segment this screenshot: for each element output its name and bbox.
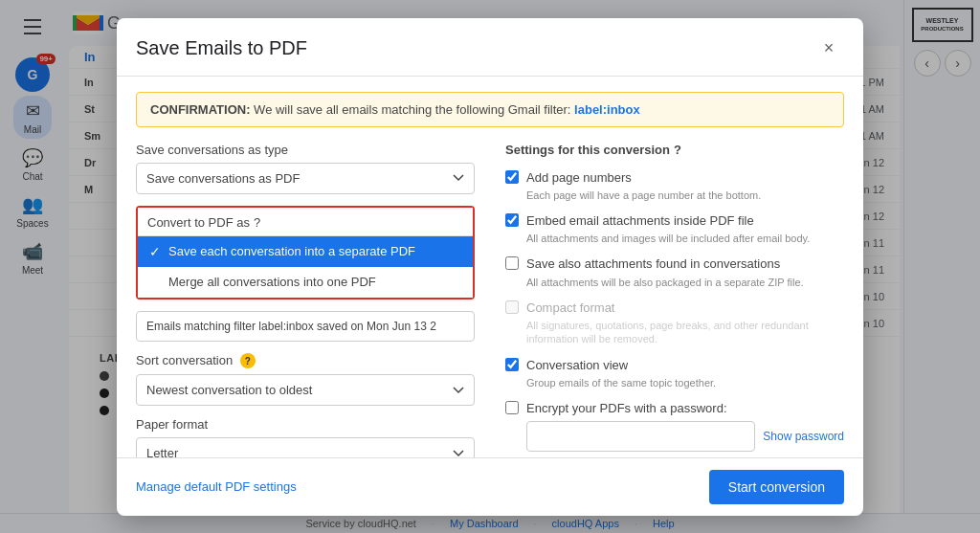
embed-attachments-label[interactable]: Embed email attachments inside PDF file	[526, 213, 754, 228]
embed-attachments-checkbox[interactable]	[505, 213, 519, 227]
convert-option-merge-label: Merge all conversations into one PDF	[168, 275, 376, 289]
modal-body: CONFIRMATION: We will save all emails ma…	[117, 77, 863, 457]
convert-option-separate[interactable]: ✓ Save each conversation into a separate…	[138, 236, 473, 267]
left-column: Save conversations as type Save conversa…	[136, 143, 475, 457]
password-input[interactable]	[526, 421, 755, 452]
add-page-numbers-desc: Each page will have a page number at the…	[526, 189, 844, 202]
compact-format-desc: All signatures, quotations, page breaks,…	[526, 319, 844, 346]
conversation-view-row: Conversation view Group emails of the sa…	[505, 356, 844, 389]
right-column: Settings for this conversion ? Add page …	[505, 143, 844, 457]
filename-input[interactable]	[136, 311, 475, 342]
compact-format-row: Compact format All signatures, quotation…	[505, 299, 844, 346]
convert-option-separate-label: Save each conversation into a separate P…	[168, 244, 415, 258]
save-type-label: Save conversations as type	[136, 143, 475, 157]
embed-attachments-desc: All attachments and images will be inclu…	[526, 232, 844, 245]
save-attachments-desc: All attachments will be also packaged in…	[526, 276, 844, 289]
save-emails-modal: Save Emails to PDF × CONFIRMATION: We wi…	[117, 18, 863, 516]
conversation-view-desc: Group emails of the same topic together.	[526, 376, 844, 389]
encrypt-pdf-row: Encrypt your PDFs with a password: Show …	[505, 399, 844, 452]
convert-pdf-dropdown-container: Convert to PDF as ? ✓ Save each conversa…	[136, 206, 475, 300]
convert-help-icon[interactable]: ?	[254, 215, 260, 230]
password-row: Show password	[526, 421, 844, 452]
settings-help-icon[interactable]: ?	[674, 143, 681, 157]
add-page-numbers-checkbox[interactable]	[505, 170, 519, 184]
paper-format-select[interactable]: Letter A4 Legal	[136, 437, 475, 456]
filter-label: label:inbox	[574, 102, 640, 117]
modal-overlay: Save Emails to PDF × CONFIRMATION: We wi…	[0, 0, 980, 533]
convert-dropdown-options: ✓ Save each conversation into a separate…	[138, 235, 473, 298]
conversation-view-label[interactable]: Conversation view	[526, 358, 628, 372]
show-password-link[interactable]: Show password	[763, 430, 844, 443]
save-attachments-row: Save also attachments found in conversat…	[505, 255, 844, 288]
modal-header: Save Emails to PDF ×	[117, 18, 863, 77]
embed-attachments-row: Embed email attachments inside PDF file …	[505, 211, 844, 245]
paper-format-label: Paper format	[136, 417, 475, 432]
sort-help-icon[interactable]: ?	[240, 353, 256, 368]
confirmation-banner: CONFIRMATION: We will save all emails ma…	[136, 92, 844, 127]
add-page-numbers-row: Add page numbers Each page will have a p…	[505, 168, 844, 202]
compact-format-checkbox[interactable]	[505, 300, 519, 314]
checkmark-icon: ✓	[149, 244, 161, 259]
modal-close-button[interactable]: ×	[813, 33, 844, 64]
start-conversion-button[interactable]: Start conversion	[709, 470, 844, 504]
confirmation-prefix: CONFIRMATION:	[150, 102, 250, 117]
save-attachments-label[interactable]: Save also attachments found in conversat…	[526, 256, 780, 271]
convert-pdf-header: Convert to PDF as ?	[138, 208, 473, 235]
two-column-layout: Save conversations as type Save conversa…	[136, 143, 844, 457]
modal-title: Save Emails to PDF	[136, 37, 307, 59]
add-page-numbers-label[interactable]: Add page numbers	[526, 170, 632, 185]
settings-section-title: Settings for this conversion ?	[505, 143, 844, 157]
encrypt-pdf-checkbox[interactable]	[505, 401, 519, 414]
sort-select[interactable]: Newest conversation to oldest Oldest con…	[136, 374, 475, 406]
save-attachments-checkbox[interactable]	[505, 256, 519, 270]
sort-label: Sort conversation ?	[136, 353, 475, 369]
modal-footer: Manage default PDF settings Start conver…	[117, 457, 863, 516]
confirmation-message: We will save all emails matching the fol…	[254, 102, 574, 117]
compact-format-label[interactable]: Compact format	[526, 300, 614, 315]
conversation-view-checkbox[interactable]	[505, 358, 519, 371]
save-type-select[interactable]: Save conversations as PDF Save conversat…	[136, 163, 475, 194]
convert-label: Convert to PDF as	[147, 215, 250, 230]
convert-option-merge[interactable]: ✓ Merge all conversations into one PDF	[138, 267, 473, 298]
encrypt-pdf-label[interactable]: Encrypt your PDFs with a password:	[526, 401, 727, 415]
manage-default-settings-link[interactable]: Manage default PDF settings	[136, 479, 297, 494]
